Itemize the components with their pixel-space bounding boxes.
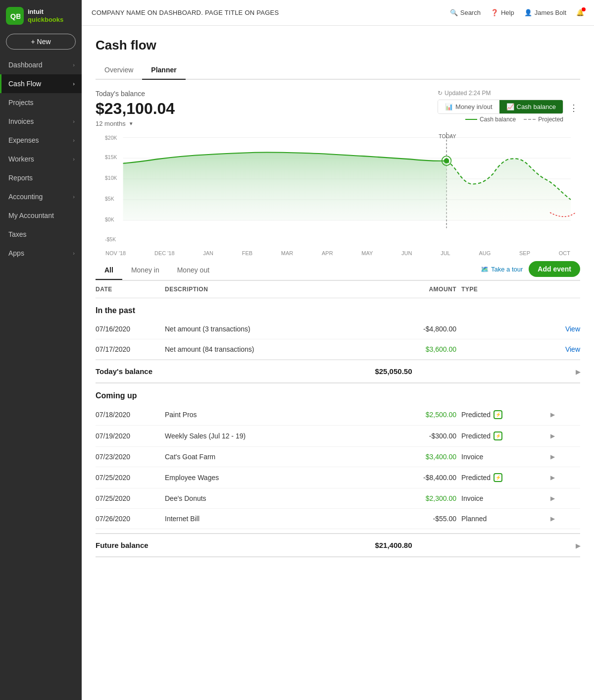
search-label: Search	[460, 9, 481, 16]
table-row[interactable]: 07/17/2020 Net amount (84 transactions) …	[96, 339, 580, 360]
row-amount: $3,600.00	[372, 345, 461, 353]
updated-text: ↻ Updated 2:24 PM	[438, 90, 563, 97]
list-tab-money-out[interactable]: Money out	[168, 262, 218, 280]
chart-legend: Cash balance Projected	[465, 116, 563, 123]
chevron-right-icon: ›	[73, 81, 75, 87]
user-action[interactable]: 👤 James Bolt	[524, 9, 566, 16]
chart-area-future	[446, 159, 571, 220]
table-row[interactable]: 07/23/2020 Cat's Goat Farm $3,400.00 Inv…	[96, 447, 580, 467]
table-row[interactable]: 07/18/2020 Paint Pros $2,500.00 Predicte…	[96, 404, 580, 426]
table-row[interactable]: 07/25/2020 Employee Wages -$8,400.00 Pre…	[96, 467, 580, 488]
chevron-right-icon: ›	[73, 62, 75, 68]
cash-flow-chart: $20K $15K $10K $5K $0K -$5K TODAY	[96, 132, 580, 246]
add-event-button[interactable]: Add event	[529, 261, 580, 277]
sidebar: QB intuit quickbooks + New Dashboard › C…	[0, 0, 82, 700]
sidebar-item-projects[interactable]: Projects	[0, 93, 82, 112]
chart-toggle: 📊 Money in/out 📈 Cash balance	[438, 100, 563, 114]
row-date: 07/18/2020	[96, 411, 165, 419]
list-tab-money-in[interactable]: Money in	[122, 262, 168, 280]
chevron-right-icon: ›	[73, 194, 75, 200]
row-description: Cat's Goat Farm	[165, 453, 372, 461]
notification-action[interactable]: 🔔	[576, 9, 584, 16]
row-chevron: ▶	[550, 495, 580, 502]
tab-planner[interactable]: Planner	[142, 62, 185, 80]
legend-line-solid	[465, 119, 477, 120]
line-chart-icon: 📈	[506, 103, 514, 110]
sidebar-item-apps[interactable]: Apps ›	[0, 244, 82, 263]
chevron-right-icon: ›	[73, 137, 75, 143]
row-type: Predicted	[461, 410, 550, 419]
row-view-link[interactable]: View	[550, 325, 580, 333]
money-inout-toggle[interactable]: 📊 Money in/out	[438, 100, 499, 113]
row-date: 07/25/2020	[96, 494, 165, 502]
transactions-section: All Money in Money out 🗺️ Take a tour Ad…	[96, 261, 580, 557]
sidebar-item-label: Projects	[8, 99, 34, 107]
row-description: Internet Bill	[165, 515, 372, 523]
balance-left: Today's balance $23,100.04 12 months ▼	[96, 90, 175, 127]
chevron-right-icon: ›	[73, 156, 75, 162]
sidebar-item-reports[interactable]: Reports	[0, 168, 82, 187]
row-date: 07/23/2020	[96, 453, 165, 461]
sidebar-item-label: Taxes	[8, 230, 27, 238]
sidebar-item-taxes[interactable]: Taxes	[0, 225, 82, 244]
predicted-icon	[494, 431, 502, 440]
user-name: James Bolt	[535, 9, 566, 16]
row-description: Net amount (84 transactions)	[165, 345, 372, 353]
sidebar-item-my-accountant[interactable]: My Accountant	[0, 206, 82, 225]
table-row[interactable]: 07/25/2020 Dee's Donuts $2,300.00 Invoic…	[96, 488, 580, 509]
sidebar-item-cash-flow[interactable]: Cash Flow ›	[0, 74, 82, 93]
svg-text:$15K: $15K	[105, 155, 117, 160]
sidebar-item-accounting[interactable]: Accounting ›	[0, 187, 82, 206]
search-icon: 🔍	[450, 9, 458, 16]
take-tour-button[interactable]: 🗺️ Take a tour	[481, 266, 523, 273]
tab-overview[interactable]: Overview	[96, 62, 142, 80]
user-icon: 👤	[524, 9, 532, 16]
table-row[interactable]: 07/19/2020 Weekly Sales (Jul 12 - 19) -$…	[96, 426, 580, 447]
main-content: COMPANY NAME ON DASHBOARD. PAGE TITLE ON…	[82, 0, 594, 700]
chevron-right-icon: ▶	[576, 369, 580, 376]
legend-projected: Projected	[524, 116, 563, 123]
row-date: 07/16/2020	[96, 325, 165, 333]
list-tabs-left: All Money in Money out	[96, 262, 218, 279]
new-button[interactable]: + New	[6, 34, 76, 50]
topbar-actions: 🔍 Search ❓ Help 👤 James Bolt 🔔	[450, 9, 584, 16]
sidebar-item-expenses[interactable]: Expenses ›	[0, 131, 82, 150]
sidebar-item-label: Reports	[8, 174, 33, 182]
sidebar-item-dashboard[interactable]: Dashboard ›	[0, 55, 82, 74]
period-selector[interactable]: 12 months ▼	[96, 120, 175, 127]
row-description: Net amount (3 transactions)	[165, 325, 372, 333]
sidebar-item-workers[interactable]: Workers ›	[0, 150, 82, 168]
sidebar-item-invoices[interactable]: Invoices ›	[0, 112, 82, 131]
list-tab-all[interactable]: All	[96, 262, 122, 280]
chevron-right-icon: ›	[73, 250, 75, 256]
quickbooks-logo-text: intuit quickbooks	[28, 8, 76, 23]
svg-text:$10K: $10K	[105, 175, 117, 181]
list-actions: 🗺️ Take a tour Add event	[481, 261, 580, 280]
refresh-icon: ↻	[438, 90, 443, 97]
row-description: Dee's Donuts	[165, 494, 372, 502]
row-view-link[interactable]: View	[550, 345, 580, 353]
updated-info: ↻ Updated 2:24 PM 📊 Money in/out 📈 Cash …	[438, 90, 563, 126]
more-options-button[interactable]: ⋮	[567, 103, 580, 113]
svg-text:-$5K: -$5K	[105, 237, 116, 242]
notification-dot	[582, 7, 586, 11]
search-action[interactable]: 🔍 Search	[450, 9, 481, 16]
help-action[interactable]: ❓ Help	[491, 9, 514, 16]
predicted-icon	[494, 410, 502, 419]
cash-balance-toggle[interactable]: 📈 Cash balance	[499, 100, 563, 113]
row-amount: $2,300.00	[372, 494, 461, 502]
chart-controls: ↻ Updated 2:24 PM 📊 Money in/out 📈 Cash …	[438, 90, 580, 126]
sidebar-item-label: Dashboard	[8, 61, 43, 69]
col-amount: AMOUNT	[372, 286, 461, 293]
table-row[interactable]: 07/26/2020 Internet Bill -$55.00 Planned…	[96, 509, 580, 529]
sidebar-item-label: Workers	[8, 155, 34, 163]
predicted-icon	[494, 473, 502, 482]
row-type: Predicted	[461, 431, 550, 440]
sidebar-item-label: Expenses	[8, 136, 39, 144]
future-balance-row[interactable]: Future balance $21,400.80 ▶	[96, 533, 580, 557]
sidebar-item-label: My Accountant	[8, 212, 54, 219]
col-date: DATE	[96, 286, 165, 293]
todays-balance-row[interactable]: Today's balance $25,050.50 ▶	[96, 360, 580, 383]
col-action	[550, 286, 580, 293]
table-row[interactable]: 07/16/2020 Net amount (3 transactions) -…	[96, 319, 580, 339]
